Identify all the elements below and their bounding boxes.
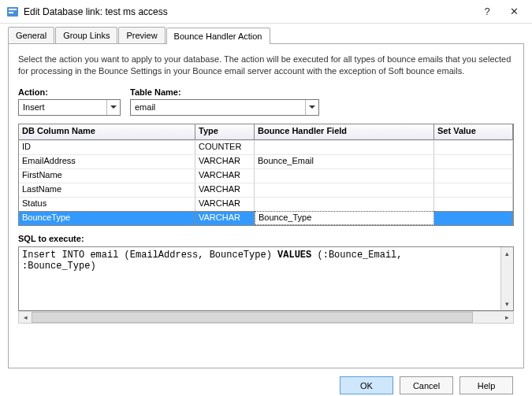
grid-cell-bounce-field	[255, 197, 434, 211]
action-label: Action:	[18, 87, 121, 97]
tab-preview[interactable]: Preview	[118, 27, 165, 43]
grid-cell-type: VARCHAR	[195, 183, 255, 197]
svg-rect-1	[9, 9, 17, 10]
ok-button[interactable]: OK	[340, 376, 393, 394]
grid-cell-type: VARCHAR	[195, 154, 255, 168]
table-row[interactable]: FirstNameVARCHAR	[19, 168, 513, 183]
tab-strip: General Group Links Preview Bounce Handl…	[8, 27, 524, 44]
dialog-buttons: OK Cancel Help	[8, 368, 524, 394]
window-controls: ? ✕	[475, 4, 526, 20]
grid-header-bounce-field[interactable]: Bounce Handler Field	[255, 124, 434, 140]
help-button[interactable]: Help	[459, 376, 513, 394]
grid-cell-bounce-field	[255, 168, 434, 183]
grid-cell-set-value	[434, 197, 513, 211]
grid-cell-bounce-field: Bounce_Email	[255, 154, 434, 168]
table-name-label: Table Name:	[130, 87, 319, 97]
titlebar: Edit Database link: test ms access ? ✕	[0, 0, 532, 24]
sql-vertical-scrollbar[interactable]: ▴ ▾	[500, 247, 513, 310]
table-name-field: Table Name: email	[130, 87, 319, 116]
tab-panel: Select the action you want to apply to y…	[8, 44, 524, 368]
sql-label: SQL to execute:	[18, 234, 514, 243]
scroll-right-icon[interactable]: ▸	[500, 312, 513, 323]
grid-cell-set-value	[434, 211, 513, 225]
grid-header-set-value[interactable]: Set Value	[434, 124, 513, 140]
scroll-left-icon[interactable]: ◂	[19, 312, 32, 323]
grid-header-type[interactable]: Type	[195, 124, 255, 140]
grid-cell-set-value	[434, 154, 513, 168]
content-area: General Group Links Preview Bounce Handl…	[0, 24, 532, 396]
panel-description: Select the action you want to apply to y…	[18, 54, 514, 78]
sql-box: Insert INTO email (EmailAddress, BounceT…	[18, 246, 514, 311]
grid-cell-db-column: EmailAddress	[19, 154, 195, 168]
table-row[interactable]: StatusVARCHAR	[19, 197, 513, 211]
table-row[interactable]: LastNameVARCHAR	[19, 183, 513, 197]
grid-cell-type: VARCHAR	[195, 168, 255, 183]
grid-cell-type: COUNTER	[195, 140, 255, 154]
grid-cell-db-column: BounceType	[19, 211, 195, 225]
svg-rect-2	[9, 12, 13, 13]
app-icon	[6, 6, 19, 18]
action-combo[interactable]: Insert	[18, 99, 121, 116]
tab-group-links[interactable]: Group Links	[55, 27, 117, 43]
table-row[interactable]: BounceTypeVARCHARBounce_Type	[19, 211, 513, 225]
scroll-down-icon[interactable]: ▾	[501, 298, 513, 310]
close-icon[interactable]: ✕	[502, 4, 526, 20]
table-row[interactable]: EmailAddressVARCHARBounce_Email	[19, 154, 513, 168]
grid-cell-db-column: Status	[19, 197, 195, 211]
grid-cell-set-value	[434, 140, 513, 154]
scroll-up-icon[interactable]: ▴	[501, 247, 513, 260]
window-title: Edit Database link: test ms access	[24, 6, 475, 17]
chevron-down-icon	[106, 100, 120, 115]
grid-cell-db-column: LastName	[19, 183, 195, 197]
sql-text[interactable]: Insert INTO email (EmailAddress, BounceT…	[19, 247, 500, 310]
grid-cell-set-value	[434, 183, 513, 197]
grid-header: DB Column Name Type Bounce Handler Field…	[19, 124, 513, 140]
scroll-thumb[interactable]	[32, 312, 473, 323]
grid-cell-bounce-field: Bounce_Type	[255, 211, 434, 225]
scroll-track[interactable]	[32, 312, 500, 323]
grid-cell-type: VARCHAR	[195, 211, 255, 225]
tab-general[interactable]: General	[8, 27, 54, 43]
grid-cell-db-column: ID	[19, 140, 195, 154]
tab-bounce-handler-action[interactable]: Bounce Handler Action	[166, 28, 270, 44]
grid-cell-bounce-field	[255, 183, 434, 197]
table-row[interactable]: IDCOUNTER	[19, 140, 513, 154]
columns-grid: DB Column Name Type Bounce Handler Field…	[18, 124, 514, 226]
grid-cell-set-value	[434, 168, 513, 183]
field-row: Action: Insert Table Name: email	[18, 87, 514, 116]
grid-cell-bounce-field	[255, 140, 434, 154]
cancel-button[interactable]: Cancel	[400, 376, 453, 394]
horizontal-scrollbar[interactable]: ◂ ▸	[18, 311, 514, 324]
table-name-combo[interactable]: email	[130, 99, 319, 116]
grid-cell-db-column: FirstName	[19, 168, 195, 183]
grid-cell-type: VARCHAR	[195, 197, 255, 211]
grid-body: IDCOUNTEREmailAddressVARCHARBounce_Email…	[19, 140, 513, 225]
chevron-down-icon	[305, 100, 318, 115]
grid-header-db-column[interactable]: DB Column Name	[19, 124, 195, 140]
action-field: Action: Insert	[18, 87, 121, 116]
help-button-icon[interactable]: ?	[475, 4, 499, 20]
table-name-value: email	[131, 102, 305, 112]
action-value: Insert	[19, 102, 106, 112]
